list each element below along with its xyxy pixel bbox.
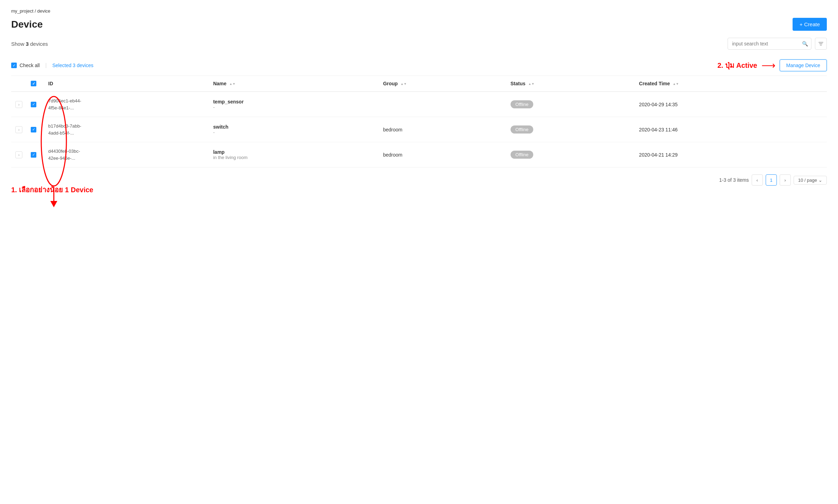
device-count: 3 (26, 41, 29, 47)
show-count: Show 3 devices (11, 41, 48, 47)
name-cell-3: lamp in the living room (209, 142, 379, 167)
device-id-3: d4430fe8-03bc-42ee-946e-... (48, 148, 205, 161)
check-all-label[interactable]: ✓ Check all (11, 63, 40, 68)
subheader-row: Show 3 devices 🔍 (11, 38, 827, 50)
col-name-header: Name ▲▼ (209, 76, 379, 92)
status-badge-2: Offline (511, 125, 533, 134)
table-row: › ✓ 7d906ec1-eb44-4f5e-86e1-... temp_sen… (11, 92, 827, 117)
created-cell-3: 2020-04-21 14:29 (635, 142, 827, 167)
group-label: Group (383, 81, 398, 86)
group-cell-3: bedroom (379, 142, 506, 167)
device-name-sub-1: - (213, 105, 375, 110)
device-id-1: 7d906ec1-eb44-4f5e-86e1-... (48, 98, 205, 111)
check-cell-2: ✓ (27, 117, 44, 142)
expand-button-2[interactable]: › (15, 126, 22, 133)
page-size-selector[interactable]: 10 / page ⌄ (794, 176, 827, 185)
svg-marker-2 (50, 201, 57, 207)
filter-icon-btn[interactable] (815, 38, 827, 50)
manage-device-button[interactable]: Manage Device (780, 59, 827, 71)
expand-button-1[interactable]: › (15, 101, 22, 108)
device-name-main-1: temp_sensor (213, 99, 375, 105)
row-checkbox-2[interactable]: ✓ (31, 127, 36, 132)
status-cell-1: Offline (506, 92, 635, 117)
device-name-main-3: lamp (213, 149, 375, 155)
toolbar-wrapper: ✓ Check all | Selected 3 devices 2. ปุ่ม… (11, 55, 827, 76)
id-cell-3: d4430fe8-03bc-42ee-946e-... (44, 142, 209, 167)
devices-label: devices (30, 41, 48, 47)
search-input-wrapper: 🔍 (728, 38, 811, 50)
check-cell-3: ✓ (27, 142, 44, 167)
id-cell-2: b17d4bc3-7abb-4add-b54f-... (44, 117, 209, 142)
annotation-1-text: 1. เลือกอย่างน้อย 1 Device (11, 184, 93, 195)
group-cell-2: bedroom (379, 117, 506, 142)
toolbar-left: ✓ Check all | Selected 3 devices (11, 62, 93, 69)
toolbar-row: ✓ Check all | Selected 3 devices 2. ปุ่ม… (11, 55, 827, 76)
expand-cell-3: › (11, 142, 27, 167)
pagination-row: 1-3 of 3 items ‹ 1 › 10 / page ⌄ (11, 167, 827, 186)
device-name-main-2: switch (213, 124, 375, 130)
check-all-checkbox[interactable]: ✓ (11, 63, 17, 68)
page-size-label: 10 / page (798, 178, 817, 183)
col-expand-header (11, 76, 27, 92)
id-label: ID (48, 81, 53, 86)
create-button[interactable]: + Create (793, 18, 827, 31)
col-status-header: Status ▲▼ (506, 76, 635, 92)
show-label: Show (11, 41, 24, 47)
group-sort-icon[interactable]: ▲▼ (400, 82, 407, 86)
table-header: ✓ ID Name ▲▼ Group ▲▼ Status (11, 76, 827, 92)
col-created-header: Created Time ▲▼ (635, 76, 827, 92)
search-area: 🔍 (728, 38, 827, 50)
pagination-range: 1-3 of 3 items (719, 177, 749, 183)
row-checkbox-1[interactable]: ✓ (31, 102, 36, 107)
search-input[interactable] (728, 38, 811, 50)
chevron-down-icon: ⌄ (818, 178, 822, 183)
status-sort-icon[interactable]: ▲▼ (528, 82, 534, 86)
name-sort-icon[interactable]: ▲▼ (229, 82, 236, 86)
table-container: ✓ ID Name ▲▼ Group ▲▼ Status (11, 76, 827, 167)
status-badge-3: Offline (511, 151, 533, 159)
page-1-button[interactable]: 1 (766, 174, 777, 186)
arrow-right-icon: ⟶ (761, 60, 775, 71)
page-header: Device + Create (11, 18, 827, 31)
page-title: Device (11, 19, 43, 30)
filter-icon (818, 41, 824, 46)
annotation-2-text: 2. ปุ่ม Active (717, 60, 757, 71)
header-checkbox[interactable]: ✓ (31, 81, 36, 86)
status-badge-1: Offline (511, 100, 533, 108)
selected-count-label: Selected 3 devices (52, 63, 94, 68)
status-cell-3: Offline (506, 142, 635, 167)
status-label: Status (511, 81, 526, 86)
name-label: Name (213, 81, 226, 86)
search-icon: 🔍 (802, 41, 808, 46)
id-cell-1: 7d906ec1-eb44-4f5e-86e1-... (44, 92, 209, 117)
breadcrumb-page: device (37, 8, 50, 14)
next-page-button[interactable]: › (780, 174, 791, 186)
breadcrumb-separator: / (35, 8, 36, 14)
row-checkbox-3[interactable]: ✓ (31, 152, 36, 158)
name-cell-1: temp_sensor - (209, 92, 379, 117)
table-row: › ✓ d4430fe8-03bc-42ee-946e-... lamp in … (11, 142, 827, 167)
breadcrumb-project: my_project (11, 8, 34, 14)
check-cell-1: ✓ (27, 92, 44, 117)
device-name-sub-2: - (213, 130, 375, 135)
col-group-header: Group ▲▼ (379, 76, 506, 92)
created-sort-icon[interactable]: ▲▼ (673, 82, 679, 86)
created-cell-1: 2020-04-29 14:35 (635, 92, 827, 117)
toolbar-right: 2. ปุ่ม Active ⟶ Manage Device (717, 59, 827, 71)
expand-cell-2: › (11, 117, 27, 142)
device-name-sub-3: in the living room (213, 155, 375, 160)
col-check-header: ✓ (27, 76, 44, 92)
expand-cell-1: › (11, 92, 27, 117)
name-cell-2: switch - (209, 117, 379, 142)
table-row: › ✓ b17d4bc3-7abb-4add-b54f-... switch -… (11, 117, 827, 142)
status-cell-2: Offline (506, 117, 635, 142)
breadcrumb: my_project / device (11, 8, 827, 14)
check-all-text: Check all (20, 63, 40, 68)
col-id-header: ID (44, 76, 209, 92)
group-cell-1 (379, 92, 506, 117)
expand-button-3[interactable]: › (15, 151, 22, 158)
device-table: ✓ ID Name ▲▼ Group ▲▼ Status (11, 76, 827, 167)
table-body: › ✓ 7d906ec1-eb44-4f5e-86e1-... temp_sen… (11, 92, 827, 167)
prev-page-button[interactable]: ‹ (752, 174, 763, 186)
device-id-2: b17d4bc3-7abb-4add-b54f-... (48, 123, 205, 136)
